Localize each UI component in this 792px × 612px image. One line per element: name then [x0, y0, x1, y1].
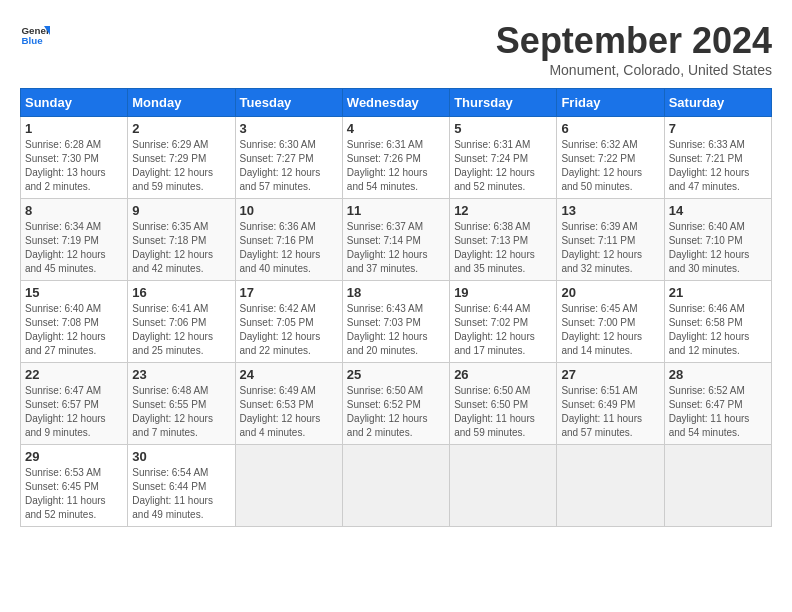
day-number: 10 [240, 203, 338, 218]
calendar-cell: 3 Sunrise: 6:30 AMSunset: 7:27 PMDayligh… [235, 117, 342, 199]
day-number: 14 [669, 203, 767, 218]
header-tuesday: Tuesday [235, 89, 342, 117]
day-info: Sunrise: 6:46 AMSunset: 6:58 PMDaylight:… [669, 302, 767, 358]
header-row: Sunday Monday Tuesday Wednesday Thursday… [21, 89, 772, 117]
calendar-cell [450, 445, 557, 527]
header-wednesday: Wednesday [342, 89, 449, 117]
day-info: Sunrise: 6:53 AMSunset: 6:45 PMDaylight:… [25, 466, 123, 522]
day-info: Sunrise: 6:31 AMSunset: 7:24 PMDaylight:… [454, 138, 552, 194]
day-number: 3 [240, 121, 338, 136]
day-info: Sunrise: 6:43 AMSunset: 7:03 PMDaylight:… [347, 302, 445, 358]
day-info: Sunrise: 6:32 AMSunset: 7:22 PMDaylight:… [561, 138, 659, 194]
day-info: Sunrise: 6:34 AMSunset: 7:19 PMDaylight:… [25, 220, 123, 276]
calendar-cell: 20 Sunrise: 6:45 AMSunset: 7:00 PMDaylig… [557, 281, 664, 363]
calendar-week-4: 22 Sunrise: 6:47 AMSunset: 6:57 PMDaylig… [21, 363, 772, 445]
calendar-cell: 17 Sunrise: 6:42 AMSunset: 7:05 PMDaylig… [235, 281, 342, 363]
header-friday: Friday [557, 89, 664, 117]
calendar-cell: 5 Sunrise: 6:31 AMSunset: 7:24 PMDayligh… [450, 117, 557, 199]
month-title: September 2024 [496, 20, 772, 62]
day-number: 15 [25, 285, 123, 300]
day-info: Sunrise: 6:49 AMSunset: 6:53 PMDaylight:… [240, 384, 338, 440]
day-number: 21 [669, 285, 767, 300]
logo: General Blue [20, 20, 50, 50]
day-number: 26 [454, 367, 552, 382]
day-info: Sunrise: 6:42 AMSunset: 7:05 PMDaylight:… [240, 302, 338, 358]
calendar-cell: 30 Sunrise: 6:54 AMSunset: 6:44 PMDaylig… [128, 445, 235, 527]
calendar-cell: 15 Sunrise: 6:40 AMSunset: 7:08 PMDaylig… [21, 281, 128, 363]
calendar-cell: 7 Sunrise: 6:33 AMSunset: 7:21 PMDayligh… [664, 117, 771, 199]
day-number: 2 [132, 121, 230, 136]
day-number: 6 [561, 121, 659, 136]
calendar-cell: 18 Sunrise: 6:43 AMSunset: 7:03 PMDaylig… [342, 281, 449, 363]
day-info: Sunrise: 6:51 AMSunset: 6:49 PMDaylight:… [561, 384, 659, 440]
day-info: Sunrise: 6:52 AMSunset: 6:47 PMDaylight:… [669, 384, 767, 440]
calendar-cell: 26 Sunrise: 6:50 AMSunset: 6:50 PMDaylig… [450, 363, 557, 445]
day-number: 11 [347, 203, 445, 218]
day-number: 7 [669, 121, 767, 136]
day-info: Sunrise: 6:45 AMSunset: 7:00 PMDaylight:… [561, 302, 659, 358]
header: General Blue September 2024 Monument, Co… [20, 20, 772, 78]
calendar-cell: 25 Sunrise: 6:50 AMSunset: 6:52 PMDaylig… [342, 363, 449, 445]
day-info: Sunrise: 6:31 AMSunset: 7:26 PMDaylight:… [347, 138, 445, 194]
calendar-cell: 19 Sunrise: 6:44 AMSunset: 7:02 PMDaylig… [450, 281, 557, 363]
day-number: 12 [454, 203, 552, 218]
day-number: 17 [240, 285, 338, 300]
header-monday: Monday [128, 89, 235, 117]
calendar-cell [235, 445, 342, 527]
calendar-cell: 2 Sunrise: 6:29 AMSunset: 7:29 PMDayligh… [128, 117, 235, 199]
calendar-cell: 1 Sunrise: 6:28 AMSunset: 7:30 PMDayligh… [21, 117, 128, 199]
day-number: 23 [132, 367, 230, 382]
calendar-cell: 11 Sunrise: 6:37 AMSunset: 7:14 PMDaylig… [342, 199, 449, 281]
calendar-week-1: 1 Sunrise: 6:28 AMSunset: 7:30 PMDayligh… [21, 117, 772, 199]
day-number: 27 [561, 367, 659, 382]
calendar-cell: 14 Sunrise: 6:40 AMSunset: 7:10 PMDaylig… [664, 199, 771, 281]
calendar-cell [557, 445, 664, 527]
day-number: 25 [347, 367, 445, 382]
day-number: 16 [132, 285, 230, 300]
header-sunday: Sunday [21, 89, 128, 117]
day-number: 1 [25, 121, 123, 136]
day-info: Sunrise: 6:44 AMSunset: 7:02 PMDaylight:… [454, 302, 552, 358]
calendar-cell: 10 Sunrise: 6:36 AMSunset: 7:16 PMDaylig… [235, 199, 342, 281]
calendar-week-5: 29 Sunrise: 6:53 AMSunset: 6:45 PMDaylig… [21, 445, 772, 527]
logo-icon: General Blue [20, 20, 50, 50]
day-number: 28 [669, 367, 767, 382]
calendar-cell: 29 Sunrise: 6:53 AMSunset: 6:45 PMDaylig… [21, 445, 128, 527]
calendar-cell: 9 Sunrise: 6:35 AMSunset: 7:18 PMDayligh… [128, 199, 235, 281]
day-info: Sunrise: 6:40 AMSunset: 7:10 PMDaylight:… [669, 220, 767, 276]
day-number: 4 [347, 121, 445, 136]
day-info: Sunrise: 6:30 AMSunset: 7:27 PMDaylight:… [240, 138, 338, 194]
day-number: 24 [240, 367, 338, 382]
day-info: Sunrise: 6:28 AMSunset: 7:30 PMDaylight:… [25, 138, 123, 194]
day-info: Sunrise: 6:50 AMSunset: 6:50 PMDaylight:… [454, 384, 552, 440]
calendar-cell [664, 445, 771, 527]
day-info: Sunrise: 6:36 AMSunset: 7:16 PMDaylight:… [240, 220, 338, 276]
calendar-cell: 21 Sunrise: 6:46 AMSunset: 6:58 PMDaylig… [664, 281, 771, 363]
day-info: Sunrise: 6:40 AMSunset: 7:08 PMDaylight:… [25, 302, 123, 358]
day-info: Sunrise: 6:35 AMSunset: 7:18 PMDaylight:… [132, 220, 230, 276]
day-info: Sunrise: 6:41 AMSunset: 7:06 PMDaylight:… [132, 302, 230, 358]
calendar-week-2: 8 Sunrise: 6:34 AMSunset: 7:19 PMDayligh… [21, 199, 772, 281]
day-info: Sunrise: 6:39 AMSunset: 7:11 PMDaylight:… [561, 220, 659, 276]
day-info: Sunrise: 6:47 AMSunset: 6:57 PMDaylight:… [25, 384, 123, 440]
calendar-cell: 24 Sunrise: 6:49 AMSunset: 6:53 PMDaylig… [235, 363, 342, 445]
day-number: 13 [561, 203, 659, 218]
calendar-cell: 8 Sunrise: 6:34 AMSunset: 7:19 PMDayligh… [21, 199, 128, 281]
calendar-week-3: 15 Sunrise: 6:40 AMSunset: 7:08 PMDaylig… [21, 281, 772, 363]
svg-text:Blue: Blue [22, 35, 44, 46]
day-number: 30 [132, 449, 230, 464]
calendar-cell [342, 445, 449, 527]
day-number: 9 [132, 203, 230, 218]
day-number: 22 [25, 367, 123, 382]
day-info: Sunrise: 6:50 AMSunset: 6:52 PMDaylight:… [347, 384, 445, 440]
calendar-cell: 28 Sunrise: 6:52 AMSunset: 6:47 PMDaylig… [664, 363, 771, 445]
day-number: 8 [25, 203, 123, 218]
header-thursday: Thursday [450, 89, 557, 117]
header-saturday: Saturday [664, 89, 771, 117]
calendar-cell: 4 Sunrise: 6:31 AMSunset: 7:26 PMDayligh… [342, 117, 449, 199]
title-area: September 2024 Monument, Colorado, Unite… [496, 20, 772, 78]
day-number: 29 [25, 449, 123, 464]
location-title: Monument, Colorado, United States [496, 62, 772, 78]
calendar-cell: 12 Sunrise: 6:38 AMSunset: 7:13 PMDaylig… [450, 199, 557, 281]
calendar-cell: 13 Sunrise: 6:39 AMSunset: 7:11 PMDaylig… [557, 199, 664, 281]
